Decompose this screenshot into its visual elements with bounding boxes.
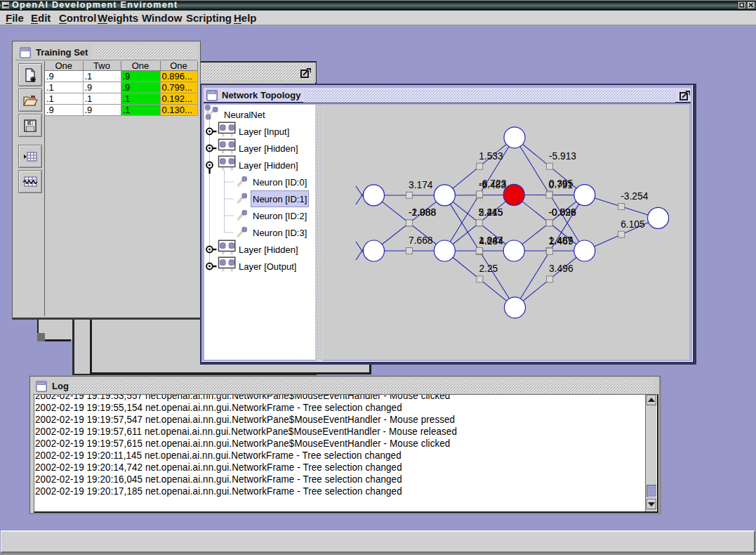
svg-text:-3.254: -3.254 (621, 191, 648, 202)
svg-text:Neuron [ID:3]: Neuron [ID:3] (253, 227, 307, 237)
svg-text:3.174: 3.174 (409, 180, 433, 190)
svg-text:7.668: 7.668 (409, 235, 433, 246)
svg-text:1.533: 1.533 (479, 151, 503, 162)
svg-text:Layer [Output]: Layer [Output] (239, 261, 296, 271)
svg-text:-0.096: -0.096 (548, 207, 576, 218)
svg-text:2.25: 2.25 (479, 263, 498, 274)
svg-text:2.415: 2.415 (478, 207, 503, 218)
svg-text:Layer [Hidden]: Layer [Hidden] (239, 143, 298, 153)
svg-text:3.496: 3.496 (549, 263, 573, 274)
svg-text:Neuron [ID:2]: Neuron [ID:2] (253, 210, 307, 221)
svg-text:-2.088: -2.088 (409, 207, 436, 218)
svg-text:2.469: 2.469 (549, 236, 573, 247)
svg-text:6.105: 6.105 (621, 219, 645, 230)
svg-text:0.791: 0.791 (548, 179, 573, 190)
svg-text:NeuralNet: NeuralNet (224, 109, 265, 119)
svg-text:Layer [Hidden]: Layer [Hidden] (239, 159, 298, 170)
svg-text:-5.913: -5.913 (549, 151, 576, 162)
svg-text:-6.723: -6.723 (479, 178, 506, 189)
svg-text:1.847: 1.847 (478, 235, 503, 246)
svg-text:Layer [Input]: Layer [Input] (239, 126, 289, 136)
svg-text:Neuron [ID:1]: Neuron [ID:1] (253, 193, 307, 204)
svg-text:Neuron [ID:0]: Neuron [ID:0] (253, 176, 307, 187)
svg-text:Layer [Hidden]: Layer [Hidden] (239, 244, 298, 254)
